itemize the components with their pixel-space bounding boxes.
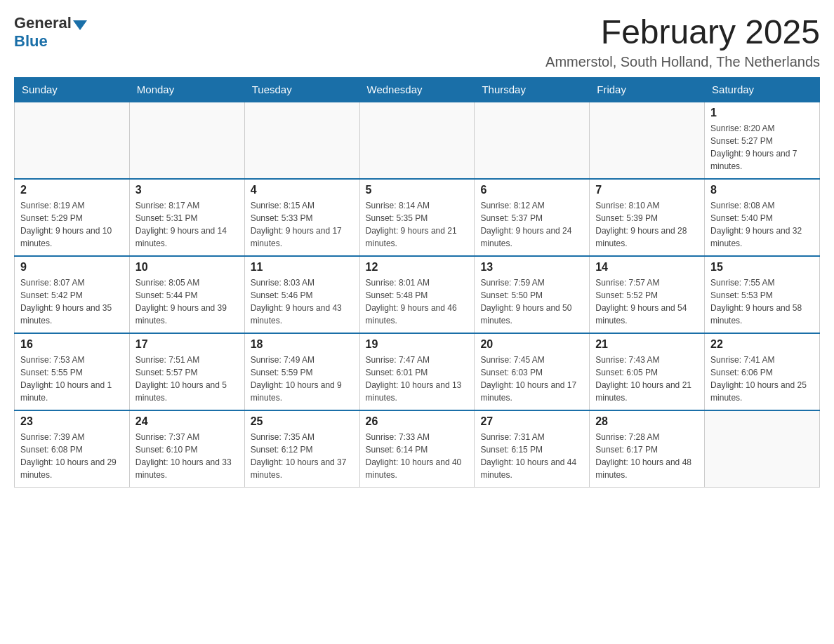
calendar-cell: 5Sunrise: 8:14 AMSunset: 5:35 PMDaylight… xyxy=(359,179,475,256)
logo-general-text: General xyxy=(14,14,72,32)
day-info: Sunrise: 7:33 AMSunset: 6:14 PMDaylight:… xyxy=(366,431,469,481)
day-number: 8 xyxy=(710,184,814,196)
location-subtitle: Ammerstol, South Holland, The Netherland… xyxy=(545,54,820,70)
day-number: 23 xyxy=(20,415,124,428)
calendar-cell: 23Sunrise: 7:39 AMSunset: 6:08 PMDayligh… xyxy=(15,410,130,488)
calendar-week-row: 9Sunrise: 8:07 AMSunset: 5:42 PMDaylight… xyxy=(15,256,820,333)
day-number: 4 xyxy=(251,184,354,196)
calendar-cell: 17Sunrise: 7:51 AMSunset: 5:57 PMDayligh… xyxy=(129,333,244,410)
day-info: Sunrise: 8:08 AMSunset: 5:40 PMDaylight:… xyxy=(710,199,814,250)
calendar-week-row: 16Sunrise: 7:53 AMSunset: 5:55 PMDayligh… xyxy=(15,333,820,410)
day-info: Sunrise: 7:31 AMSunset: 6:15 PMDaylight:… xyxy=(480,431,583,481)
calendar-cell: 3Sunrise: 8:17 AMSunset: 5:31 PMDaylight… xyxy=(129,179,244,256)
calendar-cell: 19Sunrise: 7:47 AMSunset: 6:01 PMDayligh… xyxy=(359,333,475,410)
calendar-cell: 6Sunrise: 8:12 AMSunset: 5:37 PMDaylight… xyxy=(475,179,590,256)
calendar-cell: 27Sunrise: 7:31 AMSunset: 6:15 PMDayligh… xyxy=(475,410,590,488)
calendar-week-row: 1Sunrise: 8:20 AMSunset: 5:27 PMDaylight… xyxy=(15,102,820,179)
logo-blue-text: Blue xyxy=(14,32,48,50)
day-info: Sunrise: 8:14 AMSunset: 5:35 PMDaylight:… xyxy=(366,199,469,250)
calendar-week-row: 2Sunrise: 8:19 AMSunset: 5:29 PMDaylight… xyxy=(15,179,820,256)
day-number: 6 xyxy=(480,184,583,196)
day-number: 5 xyxy=(366,184,469,196)
calendar-table: SundayMondayTuesdayWednesdayThursdayFrid… xyxy=(14,77,820,488)
day-info: Sunrise: 7:41 AMSunset: 6:06 PMDaylight:… xyxy=(710,354,814,404)
day-info: Sunrise: 7:35 AMSunset: 6:12 PMDaylight:… xyxy=(251,431,354,481)
calendar-header-monday: Monday xyxy=(129,77,244,102)
day-info: Sunrise: 8:01 AMSunset: 5:48 PMDaylight:… xyxy=(366,276,469,327)
calendar-header-wednesday: Wednesday xyxy=(359,77,475,102)
day-info: Sunrise: 7:57 AMSunset: 5:52 PMDaylight:… xyxy=(595,276,699,327)
day-info: Sunrise: 7:47 AMSunset: 6:01 PMDaylight:… xyxy=(366,354,469,404)
logo: General Blue xyxy=(14,14,88,51)
title-section: February 2025 Ammerstol, South Holland, … xyxy=(545,14,820,70)
day-info: Sunrise: 7:59 AMSunset: 5:50 PMDaylight:… xyxy=(480,276,583,327)
day-number: 3 xyxy=(135,184,239,196)
day-info: Sunrise: 7:43 AMSunset: 6:05 PMDaylight:… xyxy=(595,354,699,404)
calendar-cell xyxy=(15,102,130,179)
calendar-header-friday: Friday xyxy=(590,77,705,102)
day-number: 2 xyxy=(20,184,124,196)
calendar-cell: 11Sunrise: 8:03 AMSunset: 5:46 PMDayligh… xyxy=(244,256,359,333)
calendar-cell: 1Sunrise: 8:20 AMSunset: 5:27 PMDaylight… xyxy=(705,102,820,179)
day-number: 25 xyxy=(251,415,354,428)
day-number: 28 xyxy=(595,415,699,428)
calendar-header-row: SundayMondayTuesdayWednesdayThursdayFrid… xyxy=(15,77,820,102)
day-number: 21 xyxy=(595,338,699,351)
calendar-header-saturday: Saturday xyxy=(705,77,820,102)
day-info: Sunrise: 7:55 AMSunset: 5:53 PMDaylight:… xyxy=(710,276,814,327)
calendar-cell xyxy=(590,102,705,179)
day-info: Sunrise: 8:20 AMSunset: 5:27 PMDaylight:… xyxy=(710,122,814,173)
day-info: Sunrise: 8:12 AMSunset: 5:37 PMDaylight:… xyxy=(480,199,583,250)
calendar-header-thursday: Thursday xyxy=(475,77,590,102)
calendar-cell: 7Sunrise: 8:10 AMSunset: 5:39 PMDaylight… xyxy=(590,179,705,256)
day-number: 27 xyxy=(480,415,583,428)
day-info: Sunrise: 8:05 AMSunset: 5:44 PMDaylight:… xyxy=(135,276,239,327)
day-info: Sunrise: 8:19 AMSunset: 5:29 PMDaylight:… xyxy=(20,199,124,250)
calendar-cell: 21Sunrise: 7:43 AMSunset: 6:05 PMDayligh… xyxy=(590,333,705,410)
day-number: 26 xyxy=(366,415,469,428)
day-number: 12 xyxy=(366,261,469,274)
calendar-cell: 25Sunrise: 7:35 AMSunset: 6:12 PMDayligh… xyxy=(244,410,359,488)
day-info: Sunrise: 7:53 AMSunset: 5:55 PMDaylight:… xyxy=(20,354,124,404)
day-number: 17 xyxy=(135,338,239,351)
calendar-cell: 4Sunrise: 8:15 AMSunset: 5:33 PMDaylight… xyxy=(244,179,359,256)
calendar-cell: 26Sunrise: 7:33 AMSunset: 6:14 PMDayligh… xyxy=(359,410,475,488)
calendar-cell: 28Sunrise: 7:28 AMSunset: 6:17 PMDayligh… xyxy=(590,410,705,488)
calendar-cell xyxy=(705,410,820,488)
day-info: Sunrise: 7:49 AMSunset: 5:59 PMDaylight:… xyxy=(251,354,354,404)
day-number: 15 xyxy=(710,261,814,274)
calendar-cell: 22Sunrise: 7:41 AMSunset: 6:06 PMDayligh… xyxy=(705,333,820,410)
day-number: 18 xyxy=(251,338,354,351)
day-info: Sunrise: 7:51 AMSunset: 5:57 PMDaylight:… xyxy=(135,354,239,404)
day-info: Sunrise: 7:39 AMSunset: 6:08 PMDaylight:… xyxy=(20,431,124,481)
day-number: 22 xyxy=(710,338,814,351)
calendar-cell: 10Sunrise: 8:05 AMSunset: 5:44 PMDayligh… xyxy=(129,256,244,333)
calendar-cell: 18Sunrise: 7:49 AMSunset: 5:59 PMDayligh… xyxy=(244,333,359,410)
day-number: 16 xyxy=(20,338,124,351)
day-info: Sunrise: 8:03 AMSunset: 5:46 PMDaylight:… xyxy=(251,276,354,327)
day-number: 10 xyxy=(135,261,239,274)
day-number: 9 xyxy=(20,261,124,274)
day-info: Sunrise: 7:28 AMSunset: 6:17 PMDaylight:… xyxy=(595,431,699,481)
day-number: 20 xyxy=(480,338,583,351)
calendar-header-tuesday: Tuesday xyxy=(244,77,359,102)
calendar-cell xyxy=(244,102,359,179)
logo-arrow-icon xyxy=(73,20,87,30)
day-number: 19 xyxy=(366,338,469,351)
day-number: 13 xyxy=(480,261,583,274)
page-header: General Blue February 2025 Ammerstol, So… xyxy=(14,14,820,70)
calendar-cell: 13Sunrise: 7:59 AMSunset: 5:50 PMDayligh… xyxy=(475,256,590,333)
calendar-cell xyxy=(359,102,475,179)
day-info: Sunrise: 8:15 AMSunset: 5:33 PMDaylight:… xyxy=(251,199,354,250)
calendar-cell xyxy=(475,102,590,179)
day-info: Sunrise: 7:37 AMSunset: 6:10 PMDaylight:… xyxy=(135,431,239,481)
day-number: 24 xyxy=(135,415,239,428)
day-info: Sunrise: 8:07 AMSunset: 5:42 PMDaylight:… xyxy=(20,276,124,327)
calendar-cell: 8Sunrise: 8:08 AMSunset: 5:40 PMDaylight… xyxy=(705,179,820,256)
calendar-cell xyxy=(129,102,244,179)
day-info: Sunrise: 8:17 AMSunset: 5:31 PMDaylight:… xyxy=(135,199,239,250)
day-number: 14 xyxy=(595,261,699,274)
calendar-cell: 20Sunrise: 7:45 AMSunset: 6:03 PMDayligh… xyxy=(475,333,590,410)
day-info: Sunrise: 7:45 AMSunset: 6:03 PMDaylight:… xyxy=(480,354,583,404)
calendar-cell: 9Sunrise: 8:07 AMSunset: 5:42 PMDaylight… xyxy=(15,256,130,333)
